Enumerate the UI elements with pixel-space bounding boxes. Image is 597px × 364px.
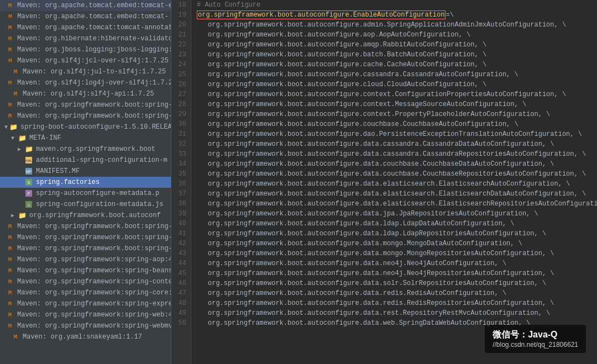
tree-item-maven-spring-express[interactable]: MMaven: org.springframework:spring-expre… bbox=[0, 298, 171, 309]
tree-item-maven-slf4j-jul[interactable]: MMaven: org.slf4j:jul-to-slf4j:1.7.25 bbox=[0, 66, 171, 77]
tree-item-label: Maven: org.apache.tomcat:tomcat-annotati bbox=[17, 24, 171, 31]
tree-item-maven-spring-beans[interactable]: MMaven: org.springframework:spring-beans… bbox=[0, 265, 171, 276]
maven-icon: M bbox=[6, 23, 14, 32]
code-text: org.springframework.boot.autoconfigure.d… bbox=[197, 319, 530, 327]
tree-item-spring-autoconfigure-metadata[interactable]: Pspring-autoconfigure-metadata.p bbox=[0, 188, 171, 199]
maven-icon: M bbox=[6, 12, 14, 21]
tree-item-org-springframework-boot-autoconf[interactable]: 📁org.springframework.boot.autoconf bbox=[0, 210, 171, 221]
tree-item-label: Maven: org.slf4j:slf4j-api:1.7.25 bbox=[23, 90, 154, 98]
tree-item-label: Maven: org.springframework:spring-aop:4.… bbox=[17, 256, 171, 263]
tree-item-maven-spring-webmv[interactable]: MMaven: org.springframework:spring-webmv bbox=[0, 320, 171, 331]
maven-icon: M bbox=[6, 112, 14, 120]
tree-item-spring-factories[interactable]: Sspring.factories bbox=[0, 177, 171, 188]
code-line: org.springframework.boot.autoconfigure.d… bbox=[197, 209, 597, 219]
svg-text:S: S bbox=[27, 180, 30, 185]
tree-item-spring-boot-autoconfigure[interactable]: 📁spring-boot-autoconfigure-1.5.10.RELEA bbox=[0, 122, 171, 133]
tree-item-maven-slf4j-api[interactable]: MMaven: org.slf4j:slf4j-api:1.7.25 bbox=[0, 88, 171, 99]
code-text: org.springframework.boot.autoconfigure.c… bbox=[197, 61, 486, 68]
maven-icon: M bbox=[6, 78, 14, 87]
tree-item-maven-snakeyaml[interactable]: MMaven: org.yaml:snakeyaml:1.17 bbox=[0, 331, 171, 342]
tree-item-label: Maven: org.springframework.boot:spring-b bbox=[17, 234, 171, 241]
tree-item-maven-jboss-logging[interactable]: MMaven: org.jboss.logging:jboss-logging:… bbox=[0, 44, 171, 55]
line-numbers: 1819202122232425262728293031323334353637… bbox=[171, 0, 191, 364]
code-line: org.springframework.boot.autoconfigure.d… bbox=[197, 308, 597, 318]
tree-item-maven-spring-b1[interactable]: MMaven: org.springframework.boot:spring-… bbox=[0, 99, 171, 110]
line-number: 47 bbox=[176, 288, 186, 298]
code-line: org.springframework.boot.autoconfigure.d… bbox=[197, 229, 597, 239]
tree-arrow bbox=[11, 212, 17, 219]
tree-item-manifest[interactable]: MFMANIFEST.MF bbox=[0, 166, 171, 177]
code-line: org.springframework.boot.autoconfigure.c… bbox=[197, 109, 597, 119]
tree-item-label: Maven: org.hibernate:hibernate-validator… bbox=[17, 35, 171, 43]
line-number: 19 bbox=[176, 10, 186, 20]
file-icon: P bbox=[24, 189, 33, 198]
code-line: org.springframework.boot.autoconfigure.a… bbox=[197, 40, 597, 50]
line-number: 48 bbox=[176, 298, 186, 308]
maven-icon: M bbox=[6, 1, 14, 10]
tree-item-maven-spring-context[interactable]: MMaven: org.springframework:spring-conte… bbox=[0, 276, 171, 287]
code-line: org.springframework.boot.autoconfigure.d… bbox=[197, 288, 597, 298]
code-line: org.springframework.boot.autoconfigure.d… bbox=[197, 169, 597, 179]
code-text: org.springframework.boot.autoconfigure.d… bbox=[197, 299, 554, 307]
tree-item-label: spring-autoconfigure-metadata.p bbox=[36, 189, 159, 197]
tree-item-label: Maven: org.jboss.logging:jboss-logging:3… bbox=[17, 46, 171, 54]
code-line: org.springframework.boot.autoconfigure.d… bbox=[197, 219, 597, 229]
tree-item-label: spring-boot-autoconfigure-1.5.10.RELEA bbox=[20, 123, 171, 131]
tree-item-maven-slf4j-jcl[interactable]: MMaven: org.slf4j:jcl-over-slf4j:1.7.25 bbox=[0, 55, 171, 66]
code-line: org.springframework.boot.autoconfigure.a… bbox=[197, 20, 597, 30]
tree-item-maven-spring-core[interactable]: MMaven: org.springframework:spring-core:… bbox=[0, 287, 171, 298]
code-text: org.springframework.boot.autoconfigure.a… bbox=[197, 41, 486, 49]
tree-item-label: Maven: org.springframework:spring-beans: bbox=[17, 267, 171, 275]
code-line: org.springframework.boot.autoconfigure.c… bbox=[197, 70, 597, 80]
code-text: org.springframework.boot.autoconfigure.d… bbox=[197, 279, 546, 287]
tree-item-maven-hibernate[interactable]: MMaven: org.hibernate:hibernate-validato… bbox=[0, 33, 171, 44]
tree-item-maven-spring-b2[interactable]: MMaven: org.springframework.boot:spring-… bbox=[0, 110, 171, 122]
tree-item-label: Maven: org.apache.tomcat.embed:tomcat-e bbox=[17, 2, 171, 9]
code-text: org.springframework.boot.autoconfigure.d… bbox=[197, 150, 586, 158]
line-number: 46 bbox=[176, 278, 186, 288]
tree-item-maven-spring-b3[interactable]: MMaven: org.springframework.boot:spring-… bbox=[0, 221, 171, 232]
tree-item-maven-tomcat-embed2[interactable]: MMaven: org.apache.tomcat.embed:tomcat- bbox=[0, 11, 171, 22]
tree-item-label: Maven: org.apache.tomcat.embed:tomcat- bbox=[17, 13, 169, 20]
code-text: org.springframework.boot.autoconfigure.d… bbox=[197, 309, 550, 317]
tree-item-meta-inf[interactable]: 📁META-INF bbox=[0, 133, 171, 144]
line-number: 32 bbox=[176, 139, 186, 149]
svg-text:XML: XML bbox=[25, 159, 33, 162]
tree-item-maven-spring-b5[interactable]: MMaven: org.springframework.boot:spring-… bbox=[0, 243, 171, 254]
tree-item-label: Maven: org.springframework:spring-webmv bbox=[17, 322, 171, 330]
maven-icon: M bbox=[6, 34, 14, 43]
tree-item-maven-slf4j-log4j[interactable]: MMaven: org.slf4j:log4j-over-slf4j:1.7.2… bbox=[0, 77, 171, 88]
code-line: org.springframework.boot.autoconfigure.c… bbox=[197, 119, 597, 129]
comment-text: # Auto Configure bbox=[197, 1, 260, 9]
tree-item-maven-tomcat-embed[interactable]: MMaven: org.apache.tomcat.embed:tomcat-e bbox=[0, 0, 171, 11]
highlighted-key: org.springframework.boot.autoconfigure.E… bbox=[197, 10, 446, 19]
maven-icon: M bbox=[6, 299, 14, 308]
code-text: org.springframework.boot.autoconfigure.a… bbox=[197, 21, 566, 29]
tree-item-maven-spring-b4[interactable]: MMaven: org.springframework.boot:spring-… bbox=[0, 232, 171, 243]
line-number: 31 bbox=[176, 129, 186, 139]
tree-item-label: Maven: org.springframework.boot:spring-b bbox=[17, 101, 171, 109]
code-text: org.springframework.boot.autoconfigure.c… bbox=[197, 71, 519, 78]
line-number: 41 bbox=[176, 229, 186, 239]
tree-item-label: Maven: org.yaml:snakeyaml:1.17 bbox=[23, 333, 142, 341]
svg-text:{}: {} bbox=[28, 203, 30, 207]
tree-item-spring-configuration-metadata[interactable]: {}spring-configuration-metadata.js bbox=[0, 199, 171, 210]
maven-icon: M bbox=[6, 310, 14, 319]
code-line: org.springframework.boot.autoconfigure.c… bbox=[197, 60, 597, 70]
code-line: org.springframework.boot.autoconfigure.d… bbox=[197, 159, 597, 169]
tree-item-maven-spring-web[interactable]: MMaven: org.springframework:spring-web:4… bbox=[0, 309, 171, 320]
line-number: 29 bbox=[176, 109, 186, 119]
tree-item-maven-spring-aop[interactable]: MMaven: org.springframework:spring-aop:4… bbox=[0, 254, 171, 265]
code-line: org.springframework.boot.autoconfigure.c… bbox=[197, 80, 597, 89]
code-text: org.springframework.boot.autoconfigure.c… bbox=[197, 81, 486, 88]
line-number: 20 bbox=[176, 20, 186, 30]
code-text: org.springframework.boot.autoconfigure.d… bbox=[197, 250, 554, 257]
code-line: org.springframework.boot.autoconfigure.d… bbox=[197, 149, 597, 159]
tree-item-maven-spring-framework[interactable]: 📁maven.org.springframework.boot bbox=[0, 144, 171, 155]
line-number: 40 bbox=[176, 219, 186, 229]
tree-item-maven-tomcat-annot[interactable]: MMaven: org.apache.tomcat:tomcat-annotat… bbox=[0, 22, 171, 33]
line-number: 25 bbox=[176, 70, 186, 80]
tree-item-additional-spring[interactable]: XMLadditional-spring-configuration-m bbox=[0, 155, 171, 166]
maven-icon: M bbox=[6, 255, 14, 264]
tree-item-label: Maven: org.springframework:spring-web:4.… bbox=[17, 311, 171, 319]
